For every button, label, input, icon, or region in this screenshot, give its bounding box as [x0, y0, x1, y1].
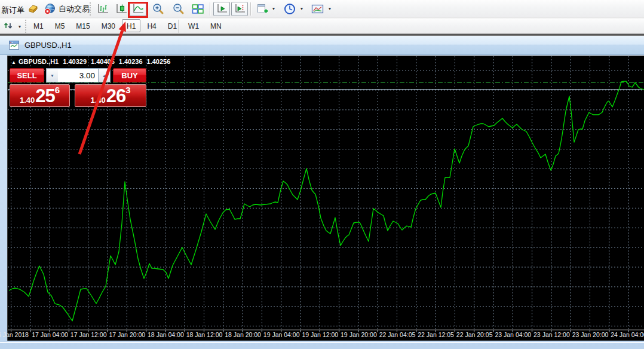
tile-windows-icon: [192, 4, 204, 14]
buy-price-box[interactable]: 1.40 26 3: [75, 84, 146, 107]
volume-input[interactable]: [58, 68, 99, 82]
sell-price-pip: 6: [55, 86, 60, 94]
sell-button[interactable]: SELL: [10, 68, 44, 82]
zoom-out-icon: [172, 3, 185, 15]
buy-price-main: 26: [106, 88, 125, 105]
ohlc-open: 1.40329: [63, 58, 87, 65]
autotrading-button[interactable]: 自动交易: [44, 2, 90, 16]
sell-price-box[interactable]: 1.40 25 6: [10, 84, 70, 107]
candlestick-chart-button[interactable]: [113, 2, 130, 16]
volume-decrease-button[interactable]: ▼: [46, 68, 59, 82]
timeframe-M5[interactable]: M5: [50, 19, 70, 32]
timeframe-MN[interactable]: MN: [206, 19, 226, 32]
buy-button[interactable]: BUY: [113, 68, 146, 82]
time-axis-label: 24 Jan 04:00: [611, 331, 644, 338]
ohlc-header[interactable]: ▲ GBPUSD.,H1 1.40329 1.40405 1.40236 1.4…: [11, 58, 170, 65]
standard-toolbar: 新订单 自动交易: [0, 0, 644, 18]
templates-dropdown-caret[interactable]: ▼: [327, 7, 333, 11]
zoom-in-icon: [152, 3, 165, 15]
new-order-button[interactable]: 新订单: [1, 5, 24, 16]
tile-windows-button[interactable]: [189, 2, 206, 16]
chart-shift-icon: [234, 4, 246, 14]
timeframe-H4[interactable]: H4: [142, 19, 161, 32]
line-chart-icon: [132, 4, 144, 14]
window-frame-highlight: [0, 342, 644, 343]
symbol-arrows-icon: [3, 20, 14, 31]
time-axis-label: 23 Jan 20:00: [572, 331, 609, 338]
timeframes-toolbar: ▼ M1M5M15M30H1H4D1W1MN: [0, 19, 644, 33]
time-axis-label: 19 Jan 20:00: [341, 331, 377, 338]
chart-window-titlebar[interactable]: GBPUSD.,H1: [0, 36, 644, 55]
time-axis-label: 22 Jan 04:05: [379, 331, 416, 338]
time-axis-label: 18 Jan 12:00: [186, 331, 223, 338]
timeframe-D1[interactable]: D1: [163, 19, 182, 32]
time-axis[interactable]: 16 Jan 201817 Jan 04:0017 Jan 12:0017 Ja…: [8, 331, 644, 341]
time-axis-label: 22 Jan 12:05: [418, 331, 454, 338]
time-axis-label: 17 Jan 12:00: [70, 331, 107, 338]
sell-price-prefix: 1.40: [20, 96, 35, 105]
time-axis-label: 19 Jan 12:00: [302, 331, 338, 338]
time-axis-label: 22 Jan 20:05: [456, 331, 493, 338]
buy-price-pip: 3: [125, 86, 130, 94]
timeframe-M1[interactable]: M1: [29, 19, 48, 32]
sell-price-main: 25: [35, 88, 54, 105]
toolbar-grip[interactable]: [90, 2, 92, 16]
price-line: [9, 81, 644, 321]
time-axis-label: 17 Jan 20:00: [109, 331, 145, 338]
toolbar-separator: [210, 2, 210, 16]
zoom-in-button[interactable]: [150, 2, 167, 16]
candlestick-chart-icon: [115, 4, 127, 14]
auto-scroll-icon: [216, 4, 228, 14]
time-axis-label: 23 Jan 04:00: [495, 331, 531, 338]
autotrading-globe-icon: [44, 4, 56, 15]
bar-chart-button[interactable]: [94, 2, 111, 16]
templates-icon: [311, 4, 324, 14]
metaeditor-icon: [27, 4, 39, 14]
one-click-trading-panel: SELL ▼ ▲ BUY 1.40 25 6 1.40 26 3: [10, 68, 148, 109]
chart-window: GBPUSD.,H1 ▲ GBPUSD.,H1 1.40329 1.40405 …: [0, 36, 644, 349]
time-axis-label: 19 Jan 04:00: [263, 331, 300, 338]
chart-shift-button[interactable]: [231, 2, 248, 16]
toolbar-grip[interactable]: [25, 20, 27, 33]
buy-price-prefix: 1.40: [90, 96, 105, 105]
symbol-arrows-dropdown-caret[interactable]: ▼: [17, 25, 23, 29]
timeframe-W1[interactable]: W1: [183, 19, 204, 32]
line-chart-button[interactable]: [130, 2, 146, 16]
time-axis-label: 16 Jan 2018: [0, 331, 29, 338]
time-axis-label: 18 Jan 20:00: [225, 331, 261, 338]
timeframe-M30[interactable]: M30: [97, 19, 120, 32]
timeframe-H1[interactable]: H1: [122, 19, 140, 32]
indicators-dropdown-caret[interactable]: ▼: [271, 7, 277, 11]
ohlc-symbol: GBPUSD.,H1: [19, 58, 59, 65]
zoom-out-button[interactable]: [170, 2, 187, 16]
indicators-button[interactable]: [254, 2, 271, 16]
ohlc-low: 1.40236: [119, 58, 143, 65]
metaeditor-button[interactable]: [25, 2, 42, 16]
periods-dropdown-caret[interactable]: ▼: [299, 7, 305, 11]
timeframe-buttons: M1M5M15M30H1H4D1W1MN: [29, 19, 228, 32]
chart-window-title: GBPUSD.,H1: [24, 41, 72, 50]
auto-scroll-button[interactable]: [213, 2, 230, 16]
collapse-icon[interactable]: ▲: [11, 60, 16, 65]
chart-window-icon: [9, 41, 19, 50]
autotrading-label: 自动交易: [59, 4, 90, 14]
templates-button[interactable]: [309, 2, 326, 16]
ohlc-close: 1.40256: [147, 58, 171, 65]
bar-chart-icon: [97, 4, 109, 14]
periods-icon: [284, 3, 296, 15]
metatrader-window: 新订单 自动交易: [0, 0, 644, 349]
chart-area[interactable]: ▲ GBPUSD.,H1 1.40329 1.40405 1.40236 1.4…: [7, 56, 644, 341]
time-axis-label: 18 Jan 04:00: [148, 331, 184, 338]
toolbar-separator: [178, 20, 179, 33]
indicators-icon: [256, 4, 268, 15]
volume-increase-button[interactable]: ▲: [98, 68, 111, 82]
time-axis-label: 23 Jan 12:00: [533, 331, 570, 338]
ohlc-high: 1.40405: [91, 58, 115, 65]
periods-button[interactable]: [281, 2, 298, 16]
symbol-arrows-button[interactable]: [1, 19, 16, 32]
toolbar-separator: [250, 2, 251, 16]
time-axis-label: 17 Jan 04:00: [32, 331, 68, 338]
timeframe-M15[interactable]: M15: [71, 19, 94, 32]
